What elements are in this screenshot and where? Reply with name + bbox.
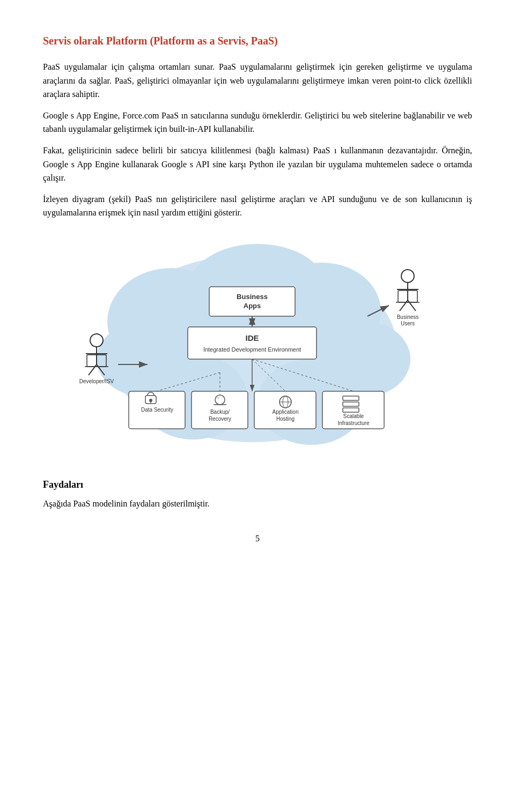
svg-text:+: + — [217, 395, 219, 400]
svg-text:Scalable: Scalable — [343, 413, 364, 419]
svg-point-18 — [401, 270, 414, 282]
svg-text:Developer/ISV: Developer/ISV — [79, 378, 114, 384]
svg-text:Infrastructure: Infrastructure — [338, 420, 370, 426]
svg-point-6 — [97, 322, 193, 397]
svg-text:Integrated Development Environ: Integrated Development Environment — [203, 346, 301, 353]
paragraph-1: PaaS uygulamalar için çalışma ortamları … — [43, 60, 472, 101]
business-users-figure: Business Users — [396, 270, 420, 326]
svg-line-22 — [408, 300, 416, 311]
paas-diagram: Developer/ISV Business Users — [43, 236, 472, 461]
svg-point-7 — [319, 322, 410, 397]
section-paragraph: Aşağıda PaaS modelinin faydaları gösteri… — [43, 497, 472, 511]
page-number: 5 — [43, 532, 472, 546]
svg-text:Users: Users — [401, 321, 415, 326]
paragraph-3: Fakat, geliştiricinin sadece belirli bir… — [43, 144, 472, 185]
svg-text:Business: Business — [237, 293, 268, 301]
svg-line-11 — [89, 364, 97, 375]
svg-text:Business: Business — [397, 314, 419, 320]
svg-text:Backup/: Backup/ — [210, 409, 230, 415]
svg-line-21 — [400, 300, 408, 311]
diagram-svg: Developer/ISV Business Users — [64, 236, 451, 461]
svg-text:Apps: Apps — [244, 302, 261, 310]
paragraph-2: Google s App Engine, Force.com PaaS ın s… — [43, 109, 472, 136]
svg-text:Recovery: Recovery — [209, 416, 231, 422]
paragraph-4: İzleyen diyagram (şekil) PaaS nın gelişt… — [43, 192, 472, 220]
svg-point-8 — [90, 334, 103, 347]
svg-text:Hosting: Hosting — [276, 416, 295, 422]
svg-text:Application: Application — [273, 409, 299, 415]
svg-rect-31 — [188, 327, 317, 359]
section-title: Faydaları — [43, 477, 472, 493]
svg-text:Data Security: Data Security — [141, 407, 173, 413]
svg-text:IDE: IDE — [245, 333, 259, 342]
page-title: Servis olarak Platform (Platform as a Se… — [43, 32, 472, 49]
